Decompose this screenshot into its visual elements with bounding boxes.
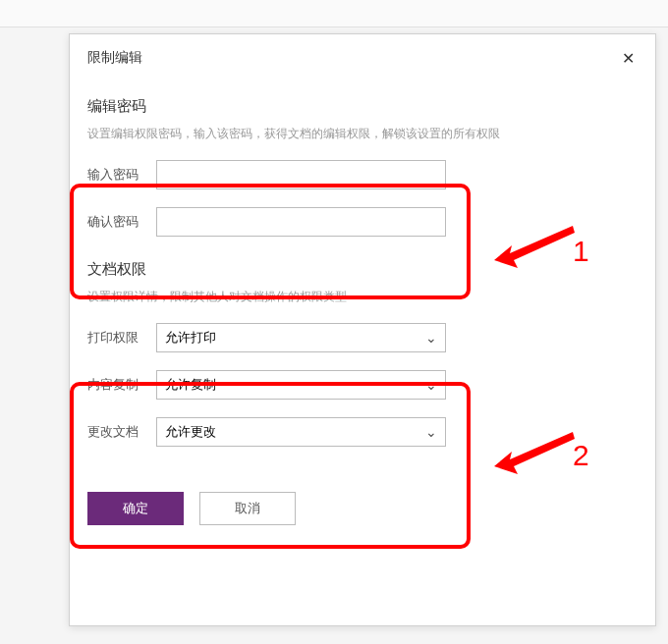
section-doc-permissions-title: 文档权限: [87, 260, 638, 279]
chevron-down-icon: ⌄: [425, 377, 437, 393]
select-print-value: 允许打印: [165, 329, 216, 347]
topbar: [0, 0, 668, 27]
annotation-number-2: 2: [573, 439, 589, 472]
label-modify-permission: 更改文档: [87, 423, 156, 441]
close-button[interactable]: ✕: [618, 48, 638, 68]
ok-button[interactable]: 确定: [87, 492, 184, 525]
dialog-title: 限制编辑: [87, 49, 142, 67]
cancel-button-label: 取消: [235, 500, 260, 517]
select-modify-value: 允许更改: [165, 423, 216, 441]
label-copy-permission: 内容复制: [87, 376, 156, 394]
row-copy-permission: 内容复制 允许复制 ⌄: [87, 370, 638, 400]
label-input-password: 输入密码: [87, 166, 156, 184]
row-modify-permission: 更改文档 允许更改 ⌄: [87, 417, 638, 447]
section-edit-password-desc: 设置编辑权限密码，输入该密码，获得文档的编辑权限，解锁该设置的所有权限: [87, 126, 638, 142]
cancel-button[interactable]: 取消: [199, 492, 296, 525]
label-confirm-password: 确认密码: [87, 213, 156, 231]
label-print-permission: 打印权限: [87, 329, 156, 347]
close-icon: ✕: [622, 49, 635, 68]
annotation-number-1: 1: [573, 235, 589, 268]
row-input-password: 输入密码: [87, 160, 638, 189]
dialog-footer: 确定 取消: [70, 476, 655, 541]
select-modify-permission[interactable]: 允许更改 ⌄: [156, 417, 446, 447]
section-doc-permissions-desc: 设置权限详情，限制其他人对文档操作的权限类型: [87, 289, 638, 305]
section-edit-password-title: 编辑密码: [87, 97, 638, 116]
dialog-header: 限制编辑 ✕: [70, 34, 655, 78]
row-confirm-password: 确认密码: [87, 207, 638, 237]
ok-button-label: 确定: [123, 500, 148, 517]
confirm-password-field[interactable]: [156, 207, 446, 237]
restrict-edit-dialog: 限制编辑 ✕ 编辑密码 设置编辑权限密码，输入该密码，获得文档的编辑权限，解锁该…: [69, 33, 656, 626]
chevron-down-icon: ⌄: [425, 330, 437, 346]
chevron-down-icon: ⌄: [425, 424, 437, 440]
row-print-permission: 打印权限 允许打印 ⌄: [87, 323, 638, 352]
select-copy-permission[interactable]: 允许复制 ⌄: [156, 370, 446, 400]
annotation-highlight-1: [70, 184, 471, 299]
select-print-permission[interactable]: 允许打印 ⌄: [156, 323, 446, 352]
input-password-field[interactable]: [156, 160, 446, 189]
select-copy-value: 允许复制: [165, 376, 216, 394]
dialog-body: 编辑密码 设置编辑权限密码，输入该密码，获得文档的编辑权限，解锁该设置的所有权限…: [70, 78, 655, 476]
